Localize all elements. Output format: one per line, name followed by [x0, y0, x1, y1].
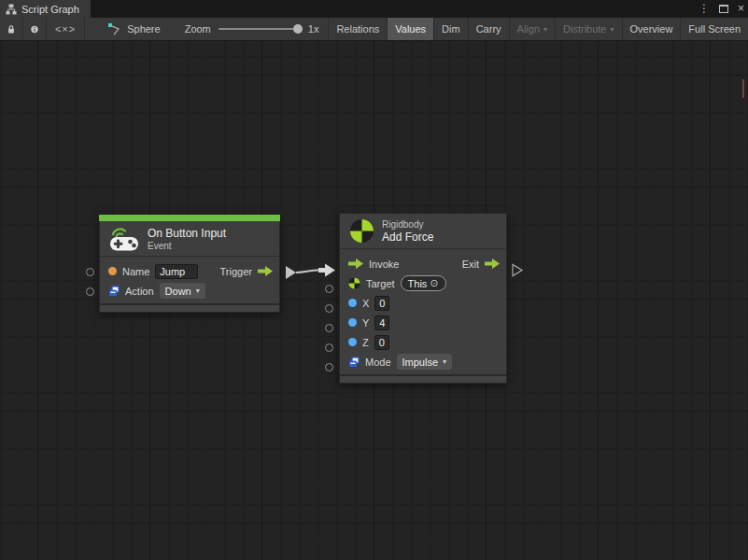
zoom-slider[interactable] [219, 28, 301, 30]
carry-button[interactable]: Carry [469, 18, 510, 40]
fullscreen-label: Full Screen [688, 23, 741, 35]
graph-context: Sphere [85, 18, 167, 40]
enum-port-icon[interactable] [348, 357, 360, 368]
tab-script-graph[interactable]: Script Graph [0, 0, 91, 18]
z-port-connector[interactable] [325, 343, 333, 352]
float-port-icon[interactable] [348, 318, 357, 327]
action-port-row: Action Down ▾ [100, 281, 279, 301]
tab-title: Script Graph [21, 4, 79, 15]
chevron-down-icon: ▾ [196, 287, 200, 295]
y-port-row: Y 4 [340, 313, 506, 332]
info-icon [31, 23, 38, 35]
graph-canvas[interactable]: On Button Input Event Name Jump Trigger [0, 41, 748, 560]
z-input[interactable]: 0 [374, 335, 389, 350]
string-port-icon[interactable] [108, 267, 117, 275]
code-icon: <×> [55, 23, 76, 35]
z-label: Z [362, 337, 369, 348]
action-label: Action [125, 286, 154, 297]
graph-context-label[interactable]: Sphere [127, 23, 160, 35]
rigidbody-icon [349, 218, 374, 244]
on-button-input-node[interactable]: On Button Input Event Name Jump Trigger [99, 215, 280, 313]
exit-relation-arrow-icon [513, 265, 522, 276]
graph-pointer-icon [107, 22, 121, 36]
overview-label: Overview [630, 23, 673, 35]
mode-label: Mode [365, 357, 391, 368]
action-port-connector[interactable] [86, 287, 94, 296]
y-input[interactable]: 4 [374, 315, 389, 330]
force-node-body: Invoke Exit Target This [340, 249, 506, 374]
target-value: This [408, 278, 428, 289]
invoke-label: Invoke [369, 259, 399, 270]
edit-graph-button[interactable]: <×> [47, 18, 85, 40]
target-object-field[interactable]: This ⊙ [401, 275, 446, 291]
z-port-row: Z 0 [340, 332, 506, 352]
node-category: Rigidbody [382, 219, 433, 230]
align-button[interactable]: Align ▾ [510, 18, 556, 40]
name-port-connector[interactable] [86, 268, 94, 276]
distribute-button[interactable]: Distribute ▾ [556, 18, 622, 40]
invoke-port-row: Invoke Exit [340, 254, 506, 273]
x-label: X [362, 298, 369, 309]
connection-wire [296, 271, 318, 273]
trigger-flow-port-icon[interactable] [258, 266, 273, 276]
node-title: Add Force [382, 231, 433, 244]
exit-label: Exit [462, 259, 479, 270]
target-port-connector[interactable] [325, 285, 333, 293]
action-dropdown[interactable]: Down ▾ [160, 283, 205, 299]
chevron-down-icon: ▾ [611, 25, 614, 34]
x-port-connector[interactable] [325, 304, 333, 313]
overview-button[interactable]: Overview [623, 18, 682, 40]
name-label: Name [122, 266, 149, 277]
mode-value: Impulse [402, 357, 439, 368]
y-label: Y [362, 317, 369, 329]
enum-port-icon[interactable] [108, 286, 120, 297]
invoke-flow-port-icon[interactable] [348, 259, 363, 269]
tab-bar: Script Graph ⋮ × [0, 0, 748, 18]
event-node-header: On Button Input Event [100, 221, 279, 257]
script-graph-window: Script Graph ⋮ × <×> [0, 0, 748, 560]
name-input[interactable]: Jump [155, 264, 198, 279]
chevron-down-icon: ▾ [543, 25, 547, 34]
x-input[interactable]: 0 [374, 296, 389, 311]
menu-icon[interactable]: ⋮ [699, 0, 710, 18]
mode-port-connector[interactable] [325, 363, 333, 371]
maximize-icon[interactable] [719, 5, 728, 13]
connection-end-arrow-icon [318, 264, 335, 277]
dim-button[interactable]: Dim [434, 18, 469, 40]
add-force-node[interactable]: Rigidbody Add Force Invoke Exit [339, 213, 507, 384]
object-picker-icon[interactable]: ⊙ [430, 277, 438, 289]
gamepad-icon [109, 226, 140, 251]
align-label: Align [517, 23, 540, 35]
lock-button[interactable] [0, 18, 23, 40]
target-label: Target [366, 278, 395, 289]
close-icon[interactable]: × [738, 0, 744, 18]
exit-flow-port-icon[interactable] [485, 259, 500, 269]
right-edge-marker [742, 79, 744, 98]
event-node-body: Name Jump Trigger Action [100, 257, 279, 303]
values-button[interactable]: Values [388, 18, 434, 40]
fullscreen-button[interactable]: Full Screen [681, 18, 748, 40]
info-button[interactable] [23, 18, 47, 40]
dim-label: Dim [442, 23, 460, 35]
name-port-row: Name Jump Trigger [100, 261, 279, 281]
zoom-label: Zoom [185, 23, 211, 35]
chevron-down-icon: ▾ [443, 357, 446, 366]
mode-port-row: Mode Impulse ▾ [340, 352, 506, 371]
window-controls: ⋮ × [699, 0, 744, 18]
force-node-header: Rigidbody Add Force [340, 214, 506, 249]
rigidbody-port-icon[interactable] [348, 277, 360, 289]
graph-toolbar: <×> Sphere Zoom 1x Relations Values Dim … [0, 18, 748, 41]
carry-label: Carry [476, 23, 501, 35]
event-accent-bar [99, 215, 280, 221]
float-port-icon[interactable] [348, 338, 357, 346]
node-title: On Button Input [148, 227, 226, 240]
zoom-slider-handle[interactable] [293, 24, 303, 34]
y-port-connector[interactable] [325, 324, 333, 332]
relations-label: Relations [336, 23, 379, 35]
graph-icon [6, 4, 17, 15]
values-label: Values [395, 23, 426, 35]
relations-button[interactable]: Relations [329, 18, 388, 40]
mode-dropdown[interactable]: Impulse ▾ [397, 354, 453, 370]
action-value: Down [165, 286, 191, 297]
float-port-icon[interactable] [348, 299, 357, 307]
